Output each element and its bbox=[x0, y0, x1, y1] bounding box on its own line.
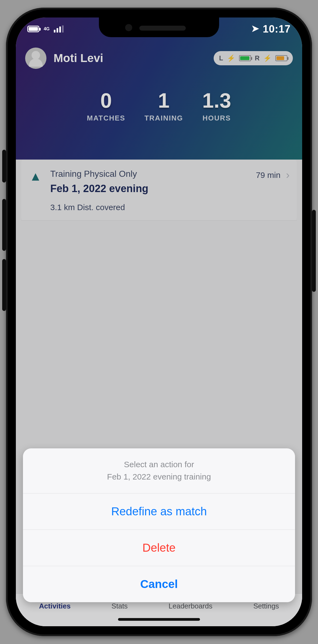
side-button bbox=[2, 150, 6, 183]
battery-left-icon bbox=[239, 55, 251, 61]
side-button bbox=[2, 259, 6, 311]
notch bbox=[99, 17, 219, 37]
bolt-icon: ⚡ bbox=[227, 54, 235, 62]
stat-value: 0 bbox=[87, 89, 125, 112]
chevron-right-icon: › bbox=[286, 169, 290, 181]
home-indicator[interactable] bbox=[118, 618, 200, 621]
tab-leaderboards[interactable]: Leaderboards bbox=[169, 602, 212, 610]
cone-icon: ▲ bbox=[28, 170, 43, 183]
activity-row[interactable]: ▲ Training Physical Only Feb 1, 2022 eve… bbox=[21, 160, 297, 220]
screen: 4G ➤ 10:17 Moti Levi L ⚡ R ⚡ bbox=[16, 17, 302, 626]
phone-frame: 4G ➤ 10:17 Moti Levi L ⚡ R ⚡ bbox=[6, 8, 312, 636]
network-label: 4G bbox=[44, 27, 49, 31]
summary-stats: 0 MATCHES 1 TRAINING 1.3 HOURS bbox=[16, 89, 302, 122]
battery-right-icon bbox=[275, 55, 287, 61]
action-sheet: Select an action for Feb 1, 2022 evening… bbox=[23, 448, 295, 602]
action-sheet-title-line1: Select an action for bbox=[34, 458, 284, 470]
location-icon: ➤ bbox=[251, 24, 259, 33]
action-sheet-title-line2: Feb 1, 2022 evening training bbox=[34, 470, 284, 483]
bolt-icon: ⚡ bbox=[263, 54, 272, 62]
side-button bbox=[312, 210, 316, 292]
stat-label: MATCHES bbox=[87, 114, 125, 122]
device-charge-pill[interactable]: L ⚡ R ⚡ bbox=[214, 51, 293, 65]
delete-button[interactable]: Delete bbox=[23, 530, 295, 566]
clock: 10:17 bbox=[263, 23, 291, 35]
signal-icon bbox=[54, 25, 64, 33]
tab-stats[interactable]: Stats bbox=[111, 602, 128, 610]
stat-training[interactable]: 1 TRAINING bbox=[145, 89, 183, 122]
stat-matches[interactable]: 0 MATCHES bbox=[87, 89, 125, 122]
user-name[interactable]: Moti Levi bbox=[54, 52, 103, 65]
cancel-button[interactable]: Cancel bbox=[23, 566, 295, 602]
action-sheet-title: Select an action for Feb 1, 2022 evening… bbox=[23, 448, 295, 493]
charge-left-label: L bbox=[219, 54, 223, 62]
stat-value: 1 bbox=[145, 89, 183, 112]
stat-value: 1.3 bbox=[202, 89, 231, 112]
activity-type: Training Physical Only bbox=[50, 169, 248, 179]
stat-label: HOURS bbox=[202, 114, 231, 122]
stat-hours[interactable]: 1.3 HOURS bbox=[202, 89, 231, 122]
tab-activities[interactable]: Activities bbox=[39, 602, 71, 610]
activity-duration: 79 min bbox=[256, 170, 281, 180]
stat-label: TRAINING bbox=[145, 114, 183, 122]
redefine-as-match-button[interactable]: Redefine as match bbox=[23, 493, 295, 530]
avatar[interactable] bbox=[25, 48, 46, 69]
side-button bbox=[2, 199, 6, 251]
activity-distance: 3.1 km Dist. covered bbox=[50, 203, 248, 212]
charge-right-label: R bbox=[255, 54, 260, 62]
activity-date: Feb 1, 2022 evening bbox=[50, 183, 248, 195]
tab-settings[interactable]: Settings bbox=[253, 602, 279, 610]
battery-icon bbox=[27, 26, 39, 32]
